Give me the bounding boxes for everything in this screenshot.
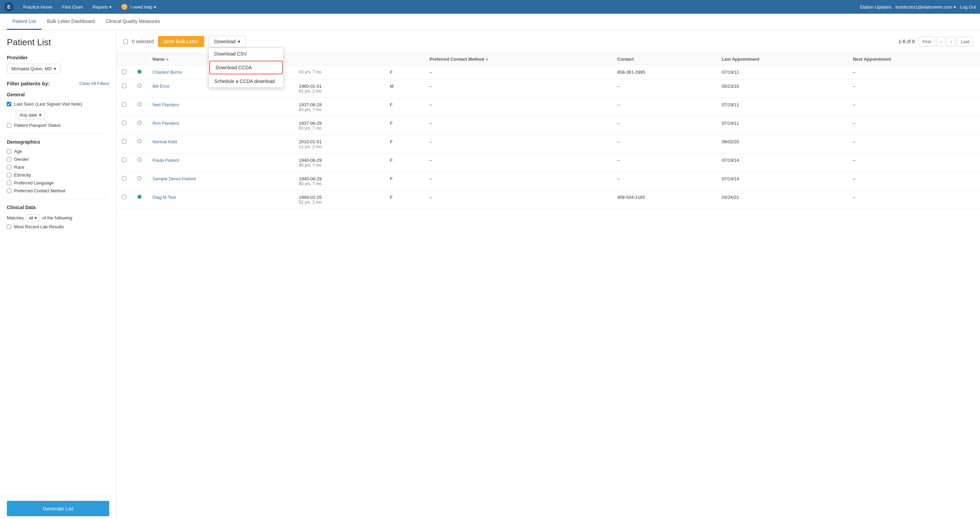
table-row: Paula Patient 1940-08-29 80 yrs, 7 mo F … xyxy=(116,154,980,172)
patient-name-link[interactable]: Sample Demo Patient xyxy=(153,176,196,181)
preferred-language-label: Preferred Language xyxy=(14,180,54,185)
next-page-button[interactable]: › xyxy=(947,37,956,47)
prev-page-button[interactable]: ‹ xyxy=(937,37,945,47)
patient-age: 11 yrs, 2 mo xyxy=(299,144,379,149)
th-preferred-contact[interactable]: Preferred Contact Method ⇅ xyxy=(424,53,612,65)
download-button[interactable]: Download ▾ xyxy=(208,36,246,47)
sub-nav: Patient List Bulk Letter Dashboard Clini… xyxy=(0,14,980,30)
row-checkbox[interactable] xyxy=(122,102,126,107)
generate-list-button[interactable]: Generate List xyxy=(7,501,109,516)
row-checkbox[interactable] xyxy=(122,70,126,74)
row-checkbox[interactable] xyxy=(122,139,126,143)
schedule-ccda-item[interactable]: Schedule a CCDA download xyxy=(209,75,283,88)
sidebar-content: Patient List Provider Michaela Quinn, MD… xyxy=(0,30,116,495)
patient-name-link[interactable]: Ned Flanders xyxy=(153,102,179,107)
patient-last-appointment: 05/23/16 xyxy=(722,84,739,89)
download-csv-item[interactable]: Download CSV xyxy=(209,48,283,60)
last-seen-checkbox[interactable] xyxy=(7,102,11,106)
row-checkbox[interactable] xyxy=(122,195,126,199)
matches-dropdown[interactable]: all ▾ xyxy=(26,214,40,221)
th-next-appointment: Next Appointment xyxy=(847,53,980,65)
clear-all-filters-link[interactable]: Clear All Filters xyxy=(80,81,109,86)
patient-next-appointment: – xyxy=(853,70,855,75)
nav-reports[interactable]: Reports ▾ xyxy=(88,3,116,11)
tab-bulk-letter[interactable]: Bulk Letter Dashboard xyxy=(41,14,100,30)
most-recent-lab-checkbox[interactable] xyxy=(7,224,11,229)
provider-dropdown[interactable]: Michaela Quinn, MD ▾ xyxy=(7,64,60,74)
elation-updates-link[interactable]: Elation Updates xyxy=(860,5,892,10)
row-next-appointment-cell: – xyxy=(847,80,980,98)
age-checkbox[interactable] xyxy=(7,149,11,154)
first-page-button[interactable]: First xyxy=(919,37,935,47)
logout-link[interactable]: Log Out xyxy=(960,5,976,10)
patient-last-appointment: 07/19/11 xyxy=(722,121,739,126)
row-preferred-contact-cell: – xyxy=(424,98,612,116)
patient-name-link[interactable]: Diag M Test xyxy=(153,195,176,200)
dob-age-container: 2010-01-01 11 yrs, 2 mo xyxy=(299,139,379,149)
user-menu-link[interactable]: testdoctor1@elationemr.com ▾ xyxy=(896,5,956,10)
row-checkbox-cell xyxy=(116,172,132,191)
dob-age-container: 1937-08-29 83 yrs, 7 mo xyxy=(299,102,379,112)
patient-name-link[interactable]: Paula Patient xyxy=(153,158,179,163)
patient-name-link[interactable]: Ron Flanders xyxy=(153,121,179,126)
download-ccda-item[interactable]: Download CCDA xyxy=(209,60,283,75)
gender-row: Gender xyxy=(7,157,109,162)
race-checkbox[interactable] xyxy=(7,165,11,169)
row-last-appointment-cell: 05/23/16 xyxy=(716,80,847,98)
patient-contact: 858-361-2895 xyxy=(617,70,645,75)
patient-sex: F xyxy=(390,102,393,107)
status-dot xyxy=(137,195,142,199)
status-dot xyxy=(137,102,142,106)
patient-contact: 408-504-1165 xyxy=(617,195,645,200)
row-dob-age-cell: 2010-01-01 11 yrs, 2 mo xyxy=(293,135,385,154)
patient-age: 83 yrs, 7 mo xyxy=(299,70,379,75)
table-row: Sample Demo Patient 1940-08-29 80 yrs, 7… xyxy=(116,172,980,191)
preferred-language-checkbox[interactable] xyxy=(7,181,11,185)
date-chevron-icon: ▾ xyxy=(39,113,41,118)
last-page-button[interactable]: Last xyxy=(957,37,973,47)
gender-checkbox[interactable] xyxy=(7,157,11,161)
patient-preferred-contact: – xyxy=(430,121,432,126)
row-dob-age-cell: 1940-08-29 80 yrs, 7 mo xyxy=(293,154,385,172)
row-checkbox[interactable] xyxy=(122,121,126,125)
patient-next-appointment: – xyxy=(853,84,855,89)
patient-name-link[interactable]: Bill Error xyxy=(153,84,170,89)
dob-age-container: 1969-02-25 52 yrs, 1 mo xyxy=(299,195,379,205)
clinical-data-section: Clinical Data Matches all ▾ of the follo… xyxy=(7,205,109,229)
patient-passport-checkbox[interactable] xyxy=(7,123,11,127)
provider-chevron-icon: ▾ xyxy=(54,66,56,71)
section-divider-1 xyxy=(7,133,109,134)
row-last-appointment-cell: 07/19/14 xyxy=(716,154,847,172)
date-dropdown[interactable]: Any date ▾ xyxy=(16,111,45,119)
row-sex-cell: F xyxy=(385,154,424,172)
patient-name-link[interactable]: Normal Kidd xyxy=(153,139,177,144)
select-all-checkbox[interactable] xyxy=(123,40,128,44)
row-last-appointment-cell: 07/19/14 xyxy=(716,172,847,191)
tab-clinical-quality[interactable]: Clinical Quality Measures xyxy=(100,14,165,30)
row-checkbox[interactable] xyxy=(122,176,126,181)
filter-patients-label: Filter patients by: xyxy=(7,81,50,86)
nav-practice-home[interactable]: Practice Home xyxy=(19,3,57,11)
th-last-appointment: Last Appointment xyxy=(716,53,847,65)
row-sex-cell: F xyxy=(385,172,424,191)
patient-name-link[interactable]: Charles! Burns xyxy=(153,70,182,75)
table-row: Ned Flanders 1937-08-29 83 yrs, 7 mo F –… xyxy=(116,98,980,116)
row-next-appointment-cell: – xyxy=(847,172,980,191)
table-row: Diag M Test 1969-02-25 52 yrs, 1 mo F – … xyxy=(116,191,980,209)
status-dot xyxy=(137,139,142,143)
user-email: testdoctor1@elationemr.com xyxy=(896,5,952,10)
send-bulk-letter-button[interactable]: Send Bulk Letter xyxy=(158,36,205,47)
th-checkbox xyxy=(116,53,132,65)
row-checkbox[interactable] xyxy=(122,84,126,88)
th-contact: Contact xyxy=(612,53,716,65)
ethnicity-checkbox[interactable] xyxy=(7,173,11,177)
preferred-contact-checkbox[interactable] xyxy=(7,189,11,193)
race-label: Race xyxy=(14,164,24,170)
row-checkbox[interactable] xyxy=(122,158,126,162)
dob-age-container: 1940-08-29 80 yrs, 7 mo xyxy=(299,158,379,168)
nav-find-chart[interactable]: Find Chart xyxy=(58,3,87,11)
tab-patient-list[interactable]: Patient List xyxy=(7,14,41,30)
nav-help[interactable]: ! I need help ▾ xyxy=(117,2,160,11)
user-chevron-icon: ▾ xyxy=(954,5,956,10)
patient-preferred-contact: – xyxy=(430,176,432,181)
